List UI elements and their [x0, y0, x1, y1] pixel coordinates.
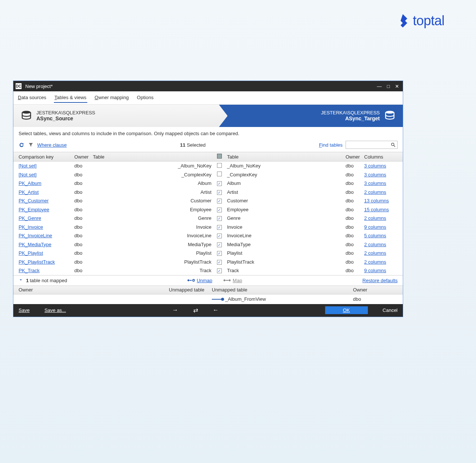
table-row[interactable]: PK_CustomerdboCustomerCustomerdbo13 colu…	[13, 196, 403, 205]
columns-link[interactable]: 2 columns	[364, 250, 386, 256]
hdr-table[interactable]: Table	[93, 154, 214, 160]
row-table-source: InvoiceLine	[93, 233, 214, 238]
minimize-button[interactable]: —	[377, 84, 382, 89]
search-input[interactable]	[346, 141, 398, 149]
row-checkbox[interactable]	[217, 268, 222, 273]
comparison-key-link[interactable]: PK_Album	[19, 180, 41, 186]
where-clause-link[interactable]: Where clause	[37, 142, 67, 148]
menu-data_sources[interactable]: Data sources	[17, 94, 47, 103]
toolbar: Where clause 11 Selected Find tables	[13, 139, 403, 152]
nav-left-icon[interactable]: ←	[213, 307, 219, 314]
columns-link[interactable]: 15 columns	[364, 207, 389, 212]
comparison-key-link[interactable]: PK_Customer	[19, 198, 49, 203]
cancel-button[interactable]: Cancel	[383, 307, 398, 313]
row-checkbox[interactable]	[217, 172, 222, 176]
row-owner: dbo	[74, 215, 93, 221]
row-table-source: Genre	[93, 215, 214, 221]
row-checkbox[interactable]	[217, 163, 222, 168]
table-row[interactable]: PK_TrackdboTrackTrackdbo9 columns	[13, 266, 403, 275]
row-table-source: Invoice	[93, 224, 214, 230]
table-row[interactable]: PK_EmployeedboEmployeeEmployeedbo15 colu…	[13, 205, 403, 214]
comparison-key-link[interactable]: PK_Artist	[19, 189, 39, 195]
hdr-owner[interactable]: Owner	[74, 154, 93, 160]
table-row[interactable]: PK_InvoiceLinedboInvoiceLineInvoiceLined…	[13, 231, 403, 240]
comparison-key-link[interactable]: [Not set]	[19, 163, 36, 169]
hdr-owner2[interactable]: Owner	[346, 154, 364, 160]
columns-link[interactable]: 3 columns	[364, 180, 386, 186]
find-tables-label[interactable]: Find tables	[319, 142, 343, 148]
columns-link[interactable]: 3 columns	[364, 163, 386, 169]
source-db-panel[interactable]: JESTERKA\SQLEXPRESS ASync_Source	[13, 105, 227, 127]
table-row[interactable]: PK_MediaTypedboMediaTypeMediaTypedbo2 co…	[13, 240, 403, 249]
table-row[interactable]: PK_ArtistdboArtistArtistdbo2 columns	[13, 188, 403, 197]
nav-right-icon[interactable]: →	[172, 307, 178, 314]
columns-link[interactable]: 2 columns	[364, 215, 386, 221]
comparison-key-link[interactable]: PK_PlaylistTrack	[19, 259, 55, 265]
row-checkbox[interactable]	[217, 251, 222, 256]
menu-options[interactable]: Options	[136, 94, 154, 103]
map-button[interactable]: Map	[223, 278, 242, 283]
table-row[interactable]: PK_GenredboGenreGenredbo2 columns	[13, 214, 403, 223]
row-checkbox[interactable]	[217, 225, 222, 230]
refresh-icon[interactable]	[19, 142, 25, 148]
columns-link[interactable]: 9 columns	[364, 268, 386, 273]
target-db-panel[interactable]: JESTERKA\SQLEXPRESS ASync_Target	[227, 105, 403, 127]
hdr-unmapped-table1[interactable]: Unmapped table	[163, 287, 208, 293]
row-checkbox[interactable]	[217, 216, 222, 221]
table-row[interactable]: [Not set]dbo_ComplexKey_ComplexKeydbo3 c…	[13, 170, 403, 179]
table-row[interactable]: PK_InvoicedboInvoiceInvoicedbo9 columns	[13, 223, 403, 232]
row-checkbox[interactable]	[217, 234, 222, 238]
hdr-columns[interactable]: Columns	[364, 154, 398, 160]
row-checkbox[interactable]	[217, 242, 222, 247]
columns-link[interactable]: 2 columns	[364, 189, 386, 195]
unmap-button[interactable]: Unmap	[187, 278, 212, 283]
select-all-checkbox[interactable]	[217, 154, 222, 159]
row-owner: dbo	[74, 268, 93, 273]
row-checkbox[interactable]	[217, 181, 222, 186]
comparison-key-link[interactable]: PK_MediaType	[19, 242, 51, 247]
row-checkbox[interactable]	[217, 199, 222, 203]
columns-link[interactable]: 3 columns	[364, 172, 386, 177]
filter-icon[interactable]	[28, 142, 33, 147]
row-table-source: Artist	[93, 189, 214, 195]
hdr-comparison-key[interactable]: Comparison key	[19, 154, 74, 160]
swap-icon[interactable]: ⇄	[193, 307, 198, 314]
unmap-icon	[187, 278, 195, 283]
table-row[interactable]: PK_PlaylistdboPlaylistPlaylistdbo2 colum…	[13, 249, 403, 258]
close-button[interactable]: ✕	[395, 84, 399, 89]
hdr-unmapped-owner[interactable]: Owner	[19, 287, 163, 293]
hdr-unmapped-owner2[interactable]: Owner	[353, 287, 398, 293]
table-row[interactable]: [Not set]dbo_Album_NoKey_Album_NoKeydbo3…	[13, 162, 403, 170]
columns-link[interactable]: 9 columns	[364, 224, 386, 230]
columns-link[interactable]: 13 columns	[364, 198, 389, 203]
columns-link[interactable]: 5 columns	[364, 233, 386, 238]
maximize-button[interactable]: □	[387, 84, 390, 89]
restore-defaults-link[interactable]: Restore defaults	[362, 278, 398, 283]
save-as-button[interactable]: Save as...	[45, 307, 66, 313]
expand-icon[interactable]	[19, 278, 23, 283]
row-checkbox[interactable]	[217, 190, 222, 195]
row-owner-target: dbo	[346, 215, 364, 221]
menu-owner_mapping[interactable]: Owner mapping	[94, 94, 130, 103]
comparison-key-link[interactable]: PK_Genre	[19, 215, 41, 221]
row-owner-target: dbo	[346, 224, 364, 230]
columns-link[interactable]: 2 columns	[364, 259, 386, 265]
comparison-key-link[interactable]: [Not set]	[19, 172, 36, 177]
columns-link[interactable]: 2 columns	[364, 242, 386, 247]
table-row[interactable]: PK_AlbumdboAlbumAlbumdbo3 columns	[13, 179, 403, 188]
comparison-key-link[interactable]: PK_Track	[19, 268, 40, 273]
table-row[interactable]: PK_PlaylistTrackdboPlaylistTrackPlaylist…	[13, 258, 403, 267]
row-owner: dbo	[74, 233, 93, 238]
row-checkbox[interactable]	[217, 260, 222, 265]
menu-tables_views[interactable]: Tables & views	[54, 94, 87, 103]
comparison-key-link[interactable]: PK_Employee	[19, 207, 49, 212]
comparison-key-link[interactable]: PK_InvoiceLine	[19, 233, 52, 238]
hdr-table2[interactable]: Table	[225, 154, 346, 160]
save-button[interactable]: Save	[19, 307, 30, 313]
unmapped-row[interactable]: _Album_FromView dbo	[13, 294, 403, 304]
comparison-key-link[interactable]: PK_Invoice	[19, 224, 43, 230]
hdr-unmapped-table2[interactable]: Unmapped table	[208, 287, 353, 293]
row-checkbox[interactable]	[217, 208, 222, 212]
comparison-key-link[interactable]: PK_Playlist	[19, 250, 43, 256]
ok-button[interactable]: OK	[325, 306, 368, 314]
